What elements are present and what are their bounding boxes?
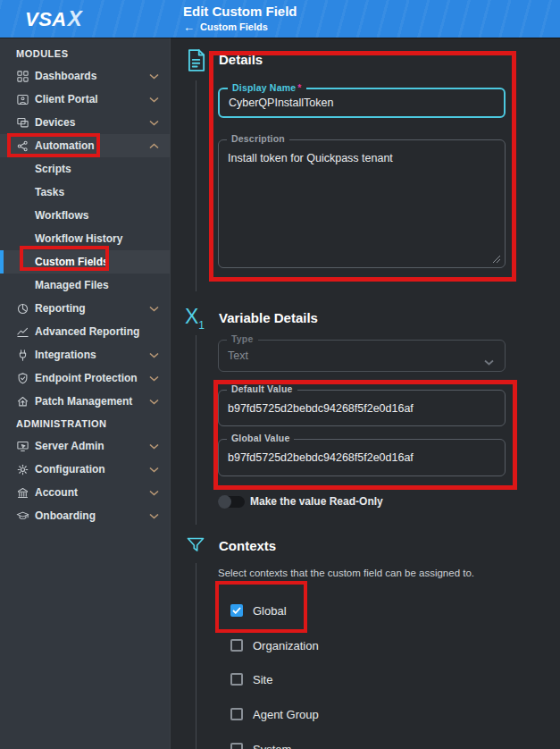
type-select[interactable]: Type Text: [218, 340, 506, 372]
contexts-description: Select contexts that the custom field ca…: [218, 568, 474, 578]
page-title: Edit Custom Field: [183, 4, 297, 19]
default-value-text: b97fd5725d2bebdc94268f5f2e0d16af: [219, 391, 505, 425]
sidebar-item-label: Dashboards: [35, 70, 149, 82]
sidebar-item-label: Client Portal: [35, 93, 149, 105]
sidebar-item-reporting[interactable]: Reporting: [0, 297, 170, 320]
sidebar-item-label: Automation: [35, 139, 149, 152]
checkbox-label: Organization: [253, 639, 319, 652]
chevron-down-icon: [149, 513, 159, 519]
sidebar-section-modules: MODULES: [0, 43, 170, 64]
sidebar-item-label: Configuration: [35, 463, 149, 475]
graduation-cap-icon: [16, 509, 29, 523]
global-value-label: Global Value: [227, 433, 294, 443]
section-connector-line: [196, 563, 196, 749]
app-root: { "colors": { "header_blue": "#2d87e2", …: [0, 0, 560, 749]
section-connector-line: [196, 335, 196, 525]
sidebar-item-onboarding[interactable]: Onboarding: [0, 504, 170, 527]
sidebar-item-configuration[interactable]: Configuration: [0, 458, 170, 481]
chevron-down-icon: [149, 443, 159, 450]
checkbox-label: Agent Group: [253, 708, 319, 721]
type-label: Type: [227, 333, 258, 344]
sidebar-item-label: Integrations: [35, 349, 149, 361]
checkbox-unchecked-icon[interactable]: [230, 743, 243, 749]
global-value-text: b97fd5725d2bebdc94268f5f2e0d16af: [219, 440, 505, 475]
sidebar-item-label: Tasks: [35, 186, 159, 198]
sidebar-item-advanced-reporting[interactable]: Advanced Reporting: [0, 320, 170, 343]
building-icon: [16, 486, 29, 500]
sidebar-item-managed-files[interactable]: Managed Files: [0, 274, 170, 297]
sidebar-item-tasks[interactable]: Tasks: [0, 181, 170, 204]
sidebar-item-client-portal[interactable]: Client Portal: [0, 88, 170, 111]
sidebar-item-account[interactable]: Account: [0, 481, 170, 504]
sidebar-item-workflows[interactable]: Workflows: [0, 204, 170, 227]
sidebar-item-label: Scripts: [35, 163, 159, 175]
type-value: Text: [219, 341, 505, 371]
document-icon: [186, 49, 206, 76]
readonly-toggle-row[interactable]: Make the value Read-Only: [218, 495, 383, 508]
back-link[interactable]: ← Custom Fields: [183, 21, 297, 32]
back-arrow-icon: ←: [183, 22, 195, 32]
sidebar-item-custom-fields[interactable]: Custom Fields: [0, 250, 170, 274]
description-label: Description: [227, 133, 289, 144]
checkbox-label: System: [253, 743, 291, 749]
client-portal-icon: [16, 93, 29, 106]
sidebar-item-patch-management[interactable]: Patch Management: [0, 390, 170, 413]
sidebar-item-integrations[interactable]: Integrations: [0, 343, 170, 366]
checkbox-unchecked-icon[interactable]: [230, 708, 243, 720]
back-link-label: Custom Fields: [200, 21, 268, 32]
sidebar-item-scripts[interactable]: Scripts: [0, 157, 170, 181]
home-arrow-icon: [16, 395, 29, 408]
line-chart-icon: [16, 325, 29, 339]
checkbox-row-system[interactable]: System: [230, 740, 291, 749]
shield-check-icon: [16, 372, 29, 385]
sidebar-item-endpoint-protection[interactable]: Endpoint Protection: [0, 366, 170, 390]
display-name-label: Display Name*: [228, 82, 306, 93]
default-value-label: Default Value: [227, 383, 297, 394]
chevron-down-icon: [149, 375, 159, 382]
sidebar-item-dashboards[interactable]: Dashboards: [0, 64, 170, 88]
checkbox-unchecked-icon[interactable]: [230, 673, 243, 686]
toggle-off-switch[interactable]: [218, 496, 245, 508]
checkbox-checked-icon[interactable]: [230, 604, 243, 617]
filter-funnel-icon: [185, 534, 206, 560]
sidebar-item-label: Account: [35, 486, 149, 499]
sidebar-item-server-admin[interactable]: Server Admin: [0, 434, 170, 458]
checkbox-row-organization[interactable]: Organization: [230, 636, 319, 654]
toggle-knob: [218, 495, 231, 509]
sidebar-item-label: Managed Files: [35, 279, 159, 291]
details-heading: Details: [219, 52, 263, 67]
default-value-input[interactable]: Default Value b97fd5725d2bebdc94268f5f2e…: [218, 390, 506, 426]
chevron-down-icon: [149, 306, 159, 312]
sidebar-item-label: Patch Management: [35, 395, 149, 408]
devices-icon: [16, 116, 29, 130]
variable-details-heading: Variable Details: [219, 310, 318, 325]
chevron-down-icon: [149, 97, 159, 103]
sidebar-item-label: Reporting: [35, 302, 149, 315]
sidebar-item-devices[interactable]: Devices: [0, 111, 170, 134]
sidebar-item-label: Endpoint Protection: [35, 372, 149, 384]
resize-handle-icon[interactable]: [492, 255, 501, 264]
logo-x-text: X: [68, 6, 83, 30]
description-value: Install token for Quickpass tenant: [219, 140, 505, 176]
checkbox-label: Global: [253, 604, 287, 618]
sidebar-item-label: Workflows: [35, 209, 159, 222]
vsax-logo[interactable]: VSAX: [25, 0, 82, 38]
checkbox-unchecked-icon[interactable]: [230, 639, 243, 652]
main-content: Details Display Name* CyberQPInstallToke…: [170, 38, 560, 749]
sidebar-item-workflow-history[interactable]: Workflow History: [0, 227, 170, 250]
sidebar: MODULES Dashboards Client Portal Devices…: [0, 38, 170, 749]
sidebar-item-automation[interactable]: Automation: [0, 134, 170, 157]
chevron-down-icon: [149, 120, 159, 126]
sidebar-item-label: Server Admin: [35, 440, 149, 452]
variable-icon: X1: [185, 305, 205, 332]
checkbox-row-global[interactable]: Global: [230, 602, 287, 619]
display-name-input[interactable]: Display Name* CyberQPInstallToken: [218, 88, 506, 118]
sidebar-item-label: Onboarding: [35, 509, 149, 522]
automation-icon: [16, 139, 29, 153]
checkbox-row-agent-group[interactable]: Agent Group: [230, 705, 319, 723]
chevron-up-icon: [149, 143, 159, 149]
description-textarea[interactable]: Description Install token for Quickpass …: [218, 139, 506, 268]
page-head: Edit Custom Field ← Custom Fields: [183, 4, 297, 32]
checkbox-row-site[interactable]: Site: [230, 670, 272, 688]
global-value-input[interactable]: Global Value b97fd5725d2bebdc94268f5f2e0…: [218, 439, 506, 476]
